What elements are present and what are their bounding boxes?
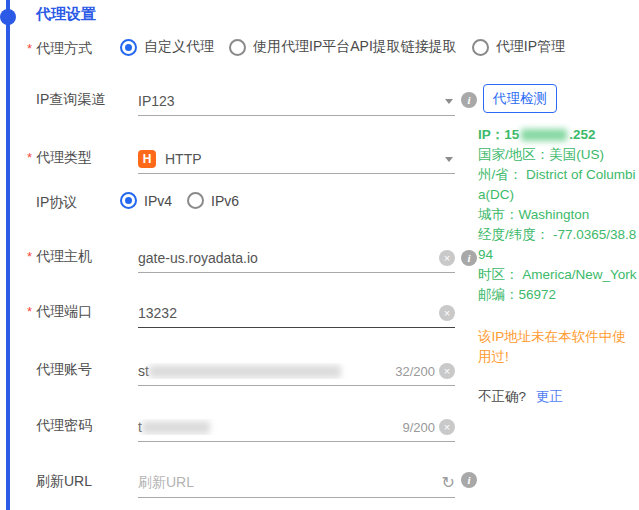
ip-channel-value: IP123 — [138, 93, 439, 109]
radio-ipv4-label: IPv4 — [144, 193, 172, 209]
timeline-line — [6, 0, 10, 510]
clear-icon[interactable]: × — [439, 305, 455, 321]
http-type-icon: H — [138, 150, 156, 168]
proxy-host-label: *代理主机 — [27, 248, 92, 266]
refresh-icon[interactable]: ↻ — [442, 475, 455, 491]
radio-ipv6-label: IPv6 — [211, 193, 239, 209]
refresh-url-placeholder: 刷新URL — [138, 474, 438, 492]
proxy-host-input[interactable]: gate-us.royadata.io × — [138, 244, 455, 273]
info-icon[interactable]: i — [461, 472, 477, 488]
required-asterisk: * — [27, 150, 32, 165]
geo-timezone-line: 时区： America/New_York — [478, 265, 638, 285]
proxy-check-button[interactable]: 代理检测 — [483, 84, 557, 113]
proxy-type-select[interactable]: H HTTP — [138, 145, 455, 174]
radio-custom-proxy-label: 自定义代理 — [144, 38, 214, 56]
correction-row: 不正确?更正 — [478, 387, 638, 407]
redacted-ip — [521, 129, 567, 141]
char-counter: 32/200 — [395, 364, 435, 379]
proxy-port-label: *代理端口 — [27, 303, 92, 321]
geo-state-line: 州/省： District of Columbia(DC) — [478, 165, 638, 205]
correct-link[interactable]: 更正 — [536, 389, 563, 404]
char-counter: 9/200 — [402, 420, 435, 435]
proxy-host-value: gate-us.royadata.io — [138, 250, 435, 266]
radio-unselected-icon — [229, 39, 246, 56]
geo-city-line: 城市：Washington — [478, 205, 638, 225]
info-icon[interactable]: i — [461, 250, 477, 266]
redacted-text — [149, 365, 341, 378]
proxy-port-value: 13232 — [138, 305, 435, 321]
radio-api-extract-proxy[interactable]: 使用代理IP平台API提取链接提取 — [229, 38, 457, 56]
proxy-mode-label-text: 代理方式 — [36, 40, 92, 56]
proxy-password-value: t — [138, 419, 396, 435]
clear-icon[interactable]: × — [439, 363, 455, 379]
ip-info-panel: IP：15.252 国家/地区：美国(US) 州/省： District of … — [478, 125, 638, 407]
proxy-password-input[interactable]: t 9/200 × — [138, 413, 455, 442]
ip-protocol-label: IP协议 — [36, 194, 77, 212]
radio-proxy-ip-manage-label: 代理IP管理 — [496, 38, 565, 56]
radio-proxy-ip-manage[interactable]: 代理IP管理 — [472, 38, 565, 56]
proxy-password-label: 代理密码 — [36, 417, 92, 435]
proxy-type-label: *代理类型 — [27, 149, 92, 167]
timeline-dot — [0, 9, 16, 25]
radio-ipv4[interactable]: IPv4 — [120, 192, 172, 209]
proxy-account-value: st — [138, 363, 389, 379]
radio-unselected-icon — [187, 192, 204, 209]
proxy-type-value: HTTP — [165, 151, 439, 167]
proxy-mode-label: *代理方式 — [27, 40, 92, 58]
ip-channel-select[interactable]: IP123 — [138, 87, 455, 116]
radio-api-extract-label: 使用代理IP平台API提取链接提取 — [253, 38, 457, 56]
proxy-mode-radio-group: 自定义代理 使用代理IP平台API提取链接提取 代理IP管理 — [120, 38, 580, 56]
radio-selected-icon — [120, 39, 137, 56]
required-asterisk: * — [27, 304, 32, 319]
radio-ipv6[interactable]: IPv6 — [187, 192, 239, 209]
chevron-down-icon — [445, 99, 453, 104]
ip-unused-warning: 该IP地址未在本软件中使用过! — [478, 327, 638, 367]
ip-protocol-radio-group: IPv4 IPv6 — [120, 192, 254, 209]
geo-zipcode-line: 邮编：56972 — [478, 285, 638, 305]
info-icon[interactable]: i — [461, 92, 477, 108]
incorrect-question: 不正确? — [478, 389, 526, 404]
radio-unselected-icon — [472, 39, 489, 56]
proxy-account-label: 代理账号 — [36, 361, 92, 379]
proxy-settings-panel: 代理设置 *代理方式 自定义代理 使用代理IP平台API提取链接提取 代理IP管… — [0, 0, 639, 510]
proxy-port-input[interactable]: 13232 × — [138, 299, 455, 328]
refresh-url-label: 刷新URL — [36, 473, 92, 491]
required-asterisk: * — [27, 249, 32, 264]
proxy-account-input[interactable]: st 32/200 × — [138, 357, 455, 386]
required-asterisk: * — [27, 41, 32, 56]
refresh-url-input[interactable]: 刷新URL ↻ — [138, 469, 455, 498]
redacted-text — [142, 421, 210, 434]
geo-longlat-line: 经度/纬度： -77.0365/38.894 — [478, 225, 638, 265]
radio-selected-icon — [120, 192, 137, 209]
geo-country-line: 国家/地区：美国(US) — [478, 145, 638, 165]
clear-icon[interactable]: × — [439, 419, 455, 435]
clear-icon[interactable]: × — [439, 250, 455, 266]
section-title: 代理设置 — [36, 5, 96, 24]
radio-custom-proxy[interactable]: 自定义代理 — [120, 38, 214, 56]
ip-channel-label: IP查询渠道 — [36, 91, 105, 109]
ip-address-line: IP：15.252 — [478, 125, 638, 145]
chevron-down-icon — [445, 157, 453, 162]
